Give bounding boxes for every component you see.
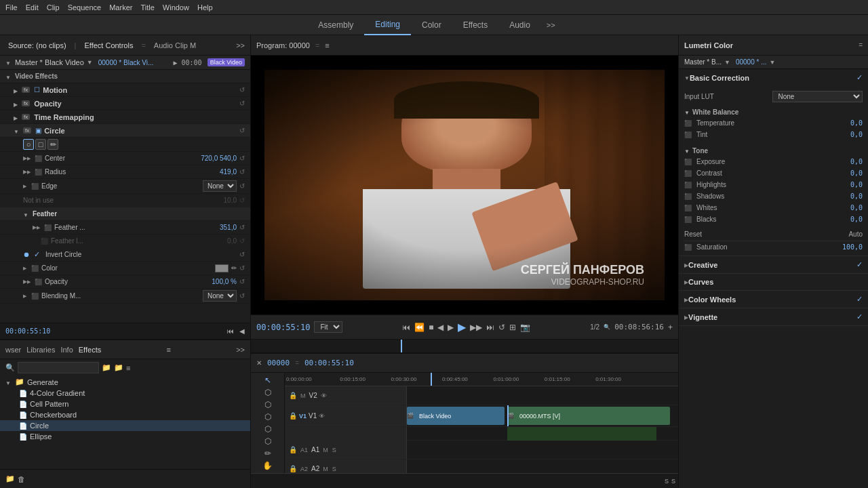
time-remap-expand[interactable]: [14, 113, 18, 121]
zoom-icon[interactable]: 🔍: [604, 324, 610, 330]
tool-slip[interactable]: ⬡: [264, 424, 271, 434]
opacity-2-value[interactable]: 100,0 %: [212, 278, 237, 285]
add-marker-btn[interactable]: +: [668, 323, 673, 332]
auto-btn[interactable]: Auto: [848, 230, 863, 238]
color-pencil[interactable]: ✏: [231, 264, 237, 272]
blending-select[interactable]: None: [203, 290, 237, 302]
feather-amount-expand[interactable]: ▶: [33, 224, 40, 230]
lumetri-master-arrow[interactable]: ▼: [724, 59, 730, 66]
menu-marker[interactable]: Marker: [109, 3, 132, 12]
track-v2-eye[interactable]: 👁: [320, 392, 328, 399]
generate-expand[interactable]: [5, 378, 11, 386]
creative-header[interactable]: Creative ✓: [679, 256, 868, 273]
effect-item-4color[interactable]: 📄 4-Color Gradient: [0, 388, 250, 399]
radius-expand[interactable]: ▶: [23, 169, 31, 175]
invert-circle-check[interactable]: ✓: [34, 250, 40, 259]
color-reset[interactable]: ↺: [239, 264, 245, 272]
transport-step-back-btn[interactable]: ◀: [437, 323, 443, 332]
color-stop[interactable]: ⬛: [31, 265, 39, 272]
delete-btn[interactable]: 🗑: [18, 475, 25, 483]
feather-expand[interactable]: [23, 210, 28, 218]
tool-slide[interactable]: ⬡: [264, 436, 271, 446]
highlights-value[interactable]: 0,0: [835, 181, 863, 188]
clip-label[interactable]: 00000 * Black Vi...: [98, 59, 154, 66]
blending-reset[interactable]: ↺: [239, 292, 245, 300]
rect-shape-icon[interactable]: □: [35, 139, 46, 150]
blacks-value[interactable]: 0,0: [835, 216, 863, 223]
shadows-value[interactable]: 0,0: [835, 192, 863, 200]
tab-editing[interactable]: Editing: [364, 15, 411, 35]
exposure-value[interactable]: 0,0: [835, 158, 863, 165]
tl-timecode[interactable]: 00:00:55:10: [304, 359, 354, 367]
tab-audio-clip[interactable]: Audio Clip M: [151, 41, 199, 49]
input-lut-select[interactable]: None: [772, 91, 863, 102]
lumetri-clip-arrow[interactable]: ▼: [770, 59, 776, 66]
preview-timecode[interactable]: 00:00:55:10: [256, 323, 310, 332]
edge-select[interactable]: None Soft Hard: [203, 180, 237, 192]
track-a1-lock[interactable]: 🔒: [289, 446, 297, 453]
track-v1-eye[interactable]: 👁: [318, 413, 326, 420]
workspace-more[interactable]: >>: [541, 21, 561, 29]
clip-black-video[interactable]: 🎬 Black Video: [407, 407, 505, 425]
opacity-expand[interactable]: [14, 100, 18, 108]
edge-reset[interactable]: ↺: [239, 182, 245, 190]
program-menu[interactable]: ≡: [325, 41, 329, 49]
transport-prev-frame[interactable]: ◀: [239, 327, 245, 335]
motion-checkbox[interactable]: ☐: [34, 86, 40, 94]
search-input[interactable]: [18, 362, 99, 373]
transport-stop-btn[interactable]: ■: [429, 323, 433, 332]
basic-correction-expand[interactable]: [684, 75, 690, 81]
lumetri-menu[interactable]: =: [859, 41, 863, 49]
safe-margins-btn[interactable]: ⊞: [509, 323, 516, 332]
white-balance-header[interactable]: White Balance: [684, 107, 863, 117]
tone-header[interactable]: Tone: [684, 146, 863, 156]
track-v1-target[interactable]: V1: [298, 413, 307, 420]
invert-circle-reset[interactable]: ↺: [239, 251, 245, 258]
transport-to-start-btn[interactable]: ⏮: [402, 323, 410, 332]
vignette-header[interactable]: Vignette ✓: [679, 308, 868, 325]
tl-close[interactable]: ✕: [256, 359, 262, 367]
contrast-value[interactable]: 0,0: [835, 169, 863, 177]
edge-stop[interactable]: ⬛: [31, 183, 39, 190]
track-v2-lock[interactable]: 🔒: [289, 392, 297, 399]
opacity-2-stop[interactable]: ⬛: [35, 279, 42, 285]
menu-edit[interactable]: Edit: [26, 3, 39, 12]
panel-more-btn[interactable]: >>: [236, 41, 245, 49]
transport-to-start[interactable]: ⏮: [227, 327, 234, 335]
menu-sequence[interactable]: Sequence: [68, 3, 102, 12]
transport-play-btn[interactable]: ▶: [458, 321, 466, 333]
motion-reset[interactable]: ↺: [239, 86, 245, 94]
track-a2-m[interactable]: M: [322, 466, 329, 472]
opacity-2-reset[interactable]: ↺: [239, 278, 245, 285]
wb-expand[interactable]: [684, 108, 690, 116]
lumetri-clip-label[interactable]: 00000 * ...: [736, 58, 767, 66]
clip-mts[interactable]: 🎬 00000.MTS [V]: [507, 407, 670, 425]
feather-inner-reset[interactable]: ↺: [239, 224, 245, 231]
track-a1-target[interactable]: A1: [300, 447, 309, 453]
saturation-value[interactable]: 100,0: [835, 243, 863, 251]
reset-btn[interactable]: Reset: [684, 230, 702, 238]
new-folder-btn[interactable]: 📁: [5, 474, 15, 483]
tab-color[interactable]: Color: [411, 15, 452, 35]
blend-stop[interactable]: ⬛: [31, 293, 39, 300]
generate-folder[interactable]: 📁 Generate: [0, 376, 250, 388]
tab-info[interactable]: Info: [60, 346, 73, 354]
new-custom-bin-icon[interactable]: 📁: [114, 363, 123, 372]
tab-effects[interactable]: Effects: [79, 346, 101, 354]
menu-help[interactable]: Help: [197, 3, 213, 12]
menu-clip[interactable]: Clip: [47, 3, 60, 12]
transport-to-end-btn[interactable]: ⏭: [486, 323, 494, 332]
track-a2-s[interactable]: S: [332, 466, 337, 472]
center-reset[interactable]: ↺: [239, 155, 245, 162]
track-a1-m[interactable]: M: [322, 447, 329, 453]
export-btn[interactable]: 📷: [520, 323, 530, 332]
new-bin-icon[interactable]: 📁: [102, 363, 111, 372]
effect-item-ellipse[interactable]: 📄 Ellipse: [0, 431, 250, 442]
effects-view-icon[interactable]: ≡: [126, 364, 130, 372]
whites-value[interactable]: 0,0: [835, 204, 863, 211]
tool-pen[interactable]: ✏: [264, 449, 271, 458]
basic-correction-header[interactable]: Basic Correction ✓: [679, 69, 868, 86]
circle-expand[interactable]: [14, 127, 19, 135]
fit-select[interactable]: Fit: [314, 321, 342, 333]
master-expand[interactable]: [5, 58, 11, 66]
